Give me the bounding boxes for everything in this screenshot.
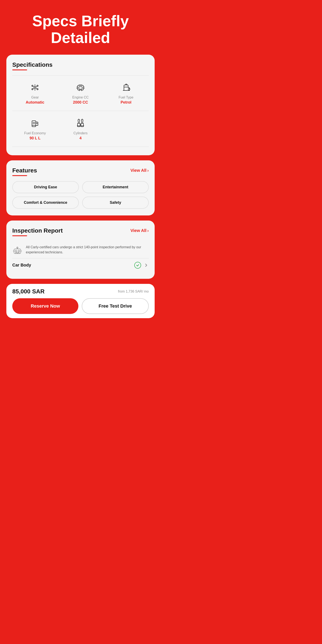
car-body-check-icon <box>134 262 141 268</box>
car-body-chevron-icon[interactable] <box>144 263 149 268</box>
price-main: 85,000 SAR <box>12 288 45 295</box>
svg-rect-39 <box>16 252 17 254</box>
car-body-actions <box>134 262 149 268</box>
bottom-bar: 85,000 SAR from 1,736 SAR/ mo Reserve No… <box>6 284 155 318</box>
svg-line-7 <box>33 88 34 89</box>
cylinders-icon <box>74 117 86 129</box>
inspection-view-all[interactable]: View All › <box>130 228 149 233</box>
price-monthly: from 1,736 SAR/ mo <box>118 290 149 294</box>
inspection-header: Inspection Report View All › <box>12 227 149 234</box>
free-test-drive-button[interactable]: Free Test Drive <box>82 298 149 314</box>
specs-divider-top <box>12 76 149 76</box>
inspection-title: Inspection Report <box>12 227 63 234</box>
specifications-card: Specifications <box>6 55 155 155</box>
gear-label: Gear <box>31 96 39 99</box>
features-title: Features <box>12 167 37 174</box>
specs-row-2: Fuel Economy 90 L L Cylinders 4 <box>12 113 149 145</box>
features-chevron-icon: › <box>147 168 149 173</box>
svg-rect-26 <box>36 122 38 126</box>
cylinders-label: Cylinders <box>74 131 88 135</box>
svg-point-23 <box>128 88 130 90</box>
features-chips-grid: Driving Ease Entertainment Comfort & Con… <box>12 181 149 209</box>
inspection-card: Inspection Report View All › All Carly-c… <box>6 220 155 279</box>
spec-empty <box>103 113 149 145</box>
feature-chip-driving-ease[interactable]: Driving Ease <box>12 181 79 193</box>
svg-point-0 <box>34 87 36 88</box>
engine-icon <box>74 82 86 94</box>
spec-fuel-economy: Fuel Economy 90 L L <box>12 113 58 145</box>
fuel-economy-icon <box>29 117 41 129</box>
spec-fuel-type: Fuel Type Petrol <box>103 77 149 109</box>
engine-value: 2000 CC <box>73 100 88 105</box>
svg-rect-31 <box>81 123 84 127</box>
spec-engine: Engine CC 2000 CC <box>58 77 104 109</box>
svg-line-8 <box>36 86 37 87</box>
engine-label: Engine CC <box>72 96 88 99</box>
svg-point-36 <box>18 250 20 252</box>
car-body-label: Car Body <box>12 263 31 268</box>
inspection-chevron-icon: › <box>147 228 149 233</box>
specifications-title: Specifications <box>12 62 52 68</box>
inspection-info: All Carly-certified cars undergo a stric… <box>12 241 149 258</box>
fuel-type-label: Fuel Type <box>119 96 134 99</box>
inspection-description: All Carly-certified cars undergo a stric… <box>26 245 149 255</box>
specs-row-1: Gear Automatic Engin <box>12 77 149 109</box>
fuel-type-value: Petrol <box>120 100 131 105</box>
inspection-underline <box>12 235 27 236</box>
buttons-row: Reserve Now Free Test Drive <box>12 298 149 314</box>
specs-divider-mid <box>12 111 149 111</box>
feature-chip-entertainment[interactable]: Entertainment <box>82 181 149 193</box>
cylinders-value: 4 <box>80 136 82 141</box>
svg-line-9 <box>36 88 37 89</box>
reserve-now-button[interactable]: Reserve Now <box>12 298 78 314</box>
fuel-type-icon <box>120 82 132 94</box>
svg-rect-40 <box>18 252 19 254</box>
spec-gear: Gear Automatic <box>12 77 58 109</box>
inspection-robot-icon <box>12 245 22 255</box>
svg-rect-30 <box>78 123 80 127</box>
price-row: 85,000 SAR from 1,736 SAR/ mo <box>12 288 149 298</box>
gear-icon <box>29 82 41 94</box>
feature-chip-comfort[interactable]: Comfort & Convenience <box>12 196 79 209</box>
svg-point-35 <box>15 250 17 252</box>
specs-divider-bot <box>12 146 149 147</box>
svg-point-38 <box>17 247 18 248</box>
spec-cylinders: Cylinders 4 <box>58 113 104 145</box>
features-header: Features View All › <box>12 167 149 174</box>
svg-line-6 <box>33 86 34 87</box>
car-body-row: Car Body <box>12 258 149 272</box>
feature-chip-safety[interactable]: Safety <box>82 196 149 209</box>
fuel-economy-value: 90 L L <box>30 136 40 141</box>
features-view-all[interactable]: View All › <box>130 168 149 173</box>
hero-title: Specs Briefly Detailed <box>0 0 161 55</box>
fuel-economy-label: Fuel Economy <box>24 131 46 135</box>
specifications-underline <box>12 70 27 70</box>
gear-value: Automatic <box>26 100 44 105</box>
features-card: Features View All › Driving Ease Enterta… <box>6 160 155 216</box>
features-underline <box>12 175 27 176</box>
svg-rect-12 <box>79 87 82 89</box>
specifications-header: Specifications <box>12 62 149 68</box>
